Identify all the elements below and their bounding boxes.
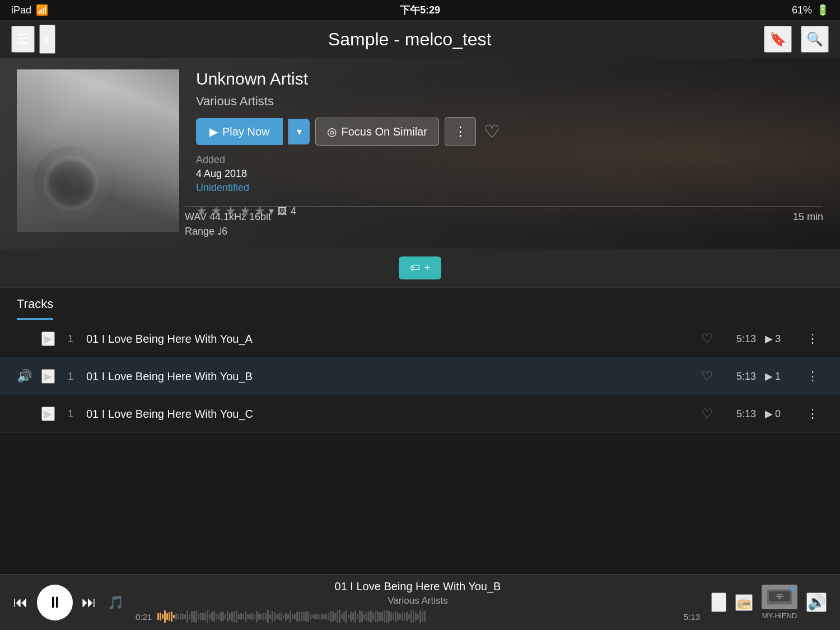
track-more-1[interactable]: ⋮: [802, 329, 823, 348]
track-number-2: 1: [64, 371, 77, 382]
identification-link[interactable]: Unidentified: [196, 182, 823, 194]
device-dot: [791, 587, 795, 591]
play-now-icon: ▶: [209, 125, 218, 138]
artist-name: Unknown Artist: [196, 69, 823, 88]
track-play-1[interactable]: ▶: [41, 332, 55, 346]
focus-similar-label: Focus On Similar: [341, 125, 427, 138]
artist-subtitle: Various Artists: [196, 94, 823, 109]
volume-button[interactable]: 🔊: [806, 592, 827, 612]
track-play-3[interactable]: ▶: [41, 407, 55, 421]
play-now-label: Play Now: [222, 125, 269, 138]
search-button[interactable]: 🔍: [801, 26, 829, 53]
range-label: Range ♩6: [185, 225, 227, 237]
add-tag-button[interactable]: 🏷 +: [399, 256, 442, 279]
format-label: WAV 44.1kHz 16bit: [185, 211, 271, 223]
device-svg: [766, 587, 794, 607]
track-heart-1[interactable]: ♡: [701, 331, 713, 347]
status-right: 61% 🔋: [792, 4, 829, 16]
track-title-2: 01 I Love Being Here With You_B: [86, 370, 692, 383]
hamburger-button[interactable]: ☰: [11, 26, 35, 53]
focus-similar-button[interactable]: ◎ Focus On Similar: [315, 118, 438, 146]
track-plays-3: ▶0: [765, 408, 793, 420]
play-count-icon-3: ▶: [765, 408, 773, 420]
battery-label: 61%: [792, 4, 812, 16]
track-title-1: 01 I Love Being Here With You_A: [86, 333, 692, 346]
now-playing-bar: ⏮ ⏸ ⏭ 🎵 01 I Love Being Here With You_B …: [0, 574, 840, 630]
total-time: 5:13: [684, 612, 700, 622]
more-icon: ⋮: [454, 124, 466, 138]
device-icon: [762, 585, 797, 609]
track-heart-2[interactable]: ♡: [701, 368, 713, 384]
device-label: MY-HiEND: [762, 612, 797, 620]
now-playing-artist: Various Artists: [388, 595, 447, 606]
status-time: 下午5:29: [400, 3, 440, 17]
now-playing-info: 01 I Love Being Here With You_B Various …: [136, 580, 700, 624]
nav-title-area: Sample - melco_test: [55, 29, 764, 50]
track-speaker-2: 🔊: [17, 369, 32, 384]
track-plays-1: ▶3: [765, 333, 793, 345]
device-selector[interactable]: MY-HiEND: [762, 585, 797, 620]
wifi-icon: 📶: [36, 4, 48, 16]
play-now-button[interactable]: ▶ Play Now: [196, 118, 283, 145]
meta-section: Added 4 Aug 2018 Unidentified: [196, 154, 823, 194]
play-count-icon-2: ▶: [765, 370, 773, 382]
track-more-3[interactable]: ⋮: [802, 404, 823, 423]
progress-row: 0:21 5:13: [136, 609, 700, 624]
track-plays-2: ▶1: [765, 370, 793, 382]
track-heart-3[interactable]: ♡: [701, 406, 713, 422]
favorite-button[interactable]: ♡: [482, 119, 502, 144]
nav-title: Sample - melco_test: [328, 29, 492, 49]
track-number-1: 1: [64, 333, 77, 345]
hero-section: Unknown Artist Various Artists ▶ Play No…: [0, 58, 840, 249]
status-left: iPad 📶: [11, 4, 48, 16]
table-row: 🔊 ▶ 1 01 I Love Being Here With You_B ♡ …: [0, 358, 840, 395]
album-art: [17, 69, 179, 232]
nav-actions: 🔖 🔍: [764, 26, 829, 53]
table-row: ▶ 1 01 I Love Being Here With You_A ♡ 5:…: [0, 320, 840, 358]
added-date: 4 Aug 2018: [196, 168, 823, 180]
table-row: ▶ 1 01 I Love Being Here With You_C ♡ 5:…: [0, 395, 840, 433]
now-playing-right: ♡ 📻 MY-HiEND 🔊: [711, 585, 827, 620]
track-duration-1: 5:13: [722, 333, 756, 345]
bookmark-button[interactable]: 🔖: [764, 26, 792, 53]
album-art-image: [17, 69, 179, 232]
battery-icon: 🔋: [816, 4, 829, 16]
track-duration-2: 5:13: [722, 371, 756, 382]
more-button[interactable]: ⋮: [445, 117, 476, 146]
track-duration-3: 5:13: [722, 408, 756, 420]
play-dropdown-button[interactable]: ▾: [288, 119, 310, 144]
back-button[interactable]: ‹: [39, 25, 55, 54]
device-label: iPad: [11, 4, 31, 16]
tech-info: WAV 44.1kHz 16bit 15 min Range ♩6: [185, 206, 823, 237]
tracks-section: Tracks ▶ 1 01 I Love Being Here With You…: [0, 288, 840, 433]
chevron-down-icon: ▾: [297, 126, 302, 137]
tracks-tab[interactable]: Tracks: [17, 297, 53, 320]
range-row: Range ♩6: [185, 225, 823, 237]
duration-label: 15 min: [793, 211, 823, 223]
play-count-icon-1: ▶: [765, 333, 773, 345]
tech-row: WAV 44.1kHz 16bit 15 min: [185, 206, 823, 223]
waveform-bars: [157, 609, 678, 624]
status-bar: iPad 📶 下午5:29 61% 🔋: [0, 0, 840, 20]
add-tag-label: +: [424, 262, 431, 274]
now-playing-heart[interactable]: ♡: [711, 592, 726, 612]
playback-controls: ⏮ ⏸ ⏭: [13, 585, 96, 620]
now-playing-title: 01 I Love Being Here With You_B: [335, 580, 501, 593]
queue-button[interactable]: 🎵: [108, 595, 124, 610]
track-title-3: 01 I Love Being Here With You_C: [86, 408, 692, 421]
hero-buttons: ▶ Play Now ▾ ◎ Focus On Similar ⋮ ♡: [196, 117, 823, 146]
top-nav: ☰ ‹ Sample - melco_test 🔖 🔍: [0, 20, 840, 58]
track-play-2[interactable]: ▶: [41, 369, 55, 384]
track-number-3: 1: [64, 408, 77, 420]
tracks-header: Tracks: [0, 288, 840, 320]
track-more-2[interactable]: ⋮: [802, 367, 823, 386]
added-label: Added: [196, 154, 823, 166]
current-time: 0:21: [136, 612, 152, 622]
waveform[interactable]: [157, 609, 678, 624]
focus-icon: ◎: [327, 125, 337, 138]
tag-icon: 🏷: [410, 262, 420, 274]
pause-button[interactable]: ⏸: [37, 585, 73, 620]
next-button[interactable]: ⏭: [82, 594, 96, 611]
radio-button[interactable]: 📻: [735, 594, 753, 611]
previous-button[interactable]: ⏮: [13, 594, 28, 611]
